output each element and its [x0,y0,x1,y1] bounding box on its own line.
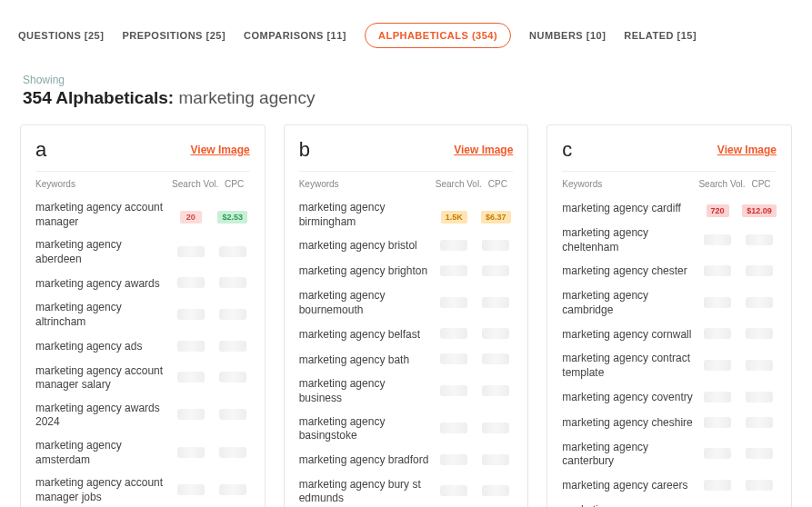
keyword-text: marketing agency cambridge [562,289,698,317]
keyword-row: marketing agency cornwall [562,322,777,347]
keyword-row: marketing agency bournemouth [299,284,514,322]
tab-alphabeticals[interactable]: ALPHABETICALS (354) [365,23,511,48]
showing-label: Showing [23,74,789,86]
search-vol-cell [172,482,210,499]
cpc-blurred [482,328,509,339]
view-image-link[interactable]: View Image [717,144,777,156]
search-vol-badge: 20 [180,211,202,224]
col-search-vol: Search Vol. [698,179,746,189]
keyword-text: marketing agency cirencester [562,503,698,507]
card-letter: b [299,138,310,162]
tab-questions[interactable]: QUESTIONS [25] [18,30,104,41]
search-vol-blurred [177,409,205,420]
cpc-blurred [482,485,509,496]
search-vol-cell [698,415,737,432]
search-vol-blurred [177,372,205,383]
cpc-blurred [746,360,773,371]
cpc-badge: $6.37 [481,211,511,224]
search-vol-cell [172,307,210,323]
keyword-text: marketing agency birmingham [299,201,436,229]
cpc-cell [216,370,250,386]
cpc-cell [478,263,513,280]
tab-comparisons[interactable]: COMPARISONS [11] [244,30,346,41]
keyword-row: marketing agency altrincham [35,296,250,333]
keyword-row: marketing agency chester [562,259,777,284]
col-keywords: Keywords [299,179,436,189]
cpc-cell [478,421,513,437]
card-head: aView Image [35,138,250,172]
keyword-text: marketing agency basingstoke [299,415,436,443]
tab-related[interactable]: RELATED [15] [624,30,697,41]
keyword-text: marketing agency awards 2024 [35,402,172,430]
cpc-cell [216,244,250,261]
card-letter: c [562,138,572,162]
search-vol-cell [435,483,473,500]
search-vol-cell [172,370,210,386]
cpc-blurred [482,422,509,433]
title-light: marketing agency [178,88,315,107]
view-image-link[interactable]: View Image [191,144,250,156]
keyword-row: marketing agency amsterdam [35,434,250,472]
search-vol-cell [698,446,737,462]
keyword-row: marketing agency account manager jobs [35,472,250,507]
keyword-row: marketing agency cambridge [562,284,777,322]
search-vol-blurred [704,392,731,403]
cpc-blurred [746,417,773,428]
search-vol-cell [435,263,473,280]
cpc-cell [742,390,777,406]
search-vol-blurred [704,234,731,245]
cpc-cell [742,295,777,312]
cpc-cell [742,233,777,249]
keyword-text: marketing agency aberdeen [35,238,172,266]
keyword-row: marketing agency aberdeen [35,234,250,271]
tab-numbers[interactable]: NUMBERS [10] [529,30,606,41]
cpc-blurred [219,309,246,320]
search-vol-cell [698,263,737,280]
keyword-row: marketing agency bury st edmunds [299,473,514,507]
search-vol-cell [435,383,473,400]
keyword-text: marketing agency cornwall [562,328,698,343]
search-vol-blurred [177,277,205,288]
page-title: 354 Alphabeticals: marketing agency [23,88,789,108]
search-vol-cell [435,238,473,254]
col-search-vol: Search Vol. [172,179,219,189]
search-vol-blurred [177,447,205,458]
keyword-row: marketing agency careers [562,473,777,499]
keyword-text: marketing agency belfast [299,328,436,343]
view-image-link[interactable]: View Image [454,144,513,156]
search-vol-cell [172,275,210,292]
keyword-text: marketing agency bristol [299,239,436,254]
keyword-text: marketing agency chester [562,264,698,279]
card-head: bView Image [299,138,514,172]
keyword-row: marketing agency cardiff720$12.09 [562,196,777,222]
cpc-cell: $6.37 [478,207,513,224]
keyword-text: marketing agency brighton [299,264,436,279]
search-vol-badge: 720 [707,204,729,217]
cpc-blurred [219,447,246,458]
search-vol-cell [698,478,737,494]
search-vol-blurred [440,485,467,496]
keyword-text: marketing agency contract template [562,352,698,380]
search-vol-cell [172,445,210,462]
col-cpc: CPC [482,179,513,189]
search-vol-cell [172,339,210,355]
cpc-blurred [219,372,246,383]
tab-prepositions[interactable]: PREPOSITIONS [25] [122,30,226,41]
cpc-cell [478,326,513,343]
search-vol-cell [172,244,210,261]
card-a: aView ImageKeywordsSearch Vol.CPCmarketi… [20,124,266,507]
search-vol-blurred [704,297,731,308]
cpc-cell [478,352,513,368]
search-vol-cell [698,358,737,374]
title-bold: 354 Alphabeticals: [23,88,174,107]
search-vol-blurred [704,480,731,491]
keyword-text: marketing agency coventry [562,391,698,405]
cpc-cell [742,263,777,280]
keyword-text: marketing agency canterbury [562,441,698,469]
cpc-cell [216,275,250,292]
card-head: cView Image [562,138,777,172]
keyword-text: marketing agency business [299,377,436,405]
cpc-blurred [746,392,773,403]
keyword-text: marketing agency amsterdam [35,439,172,467]
search-vol-cell [698,390,737,406]
